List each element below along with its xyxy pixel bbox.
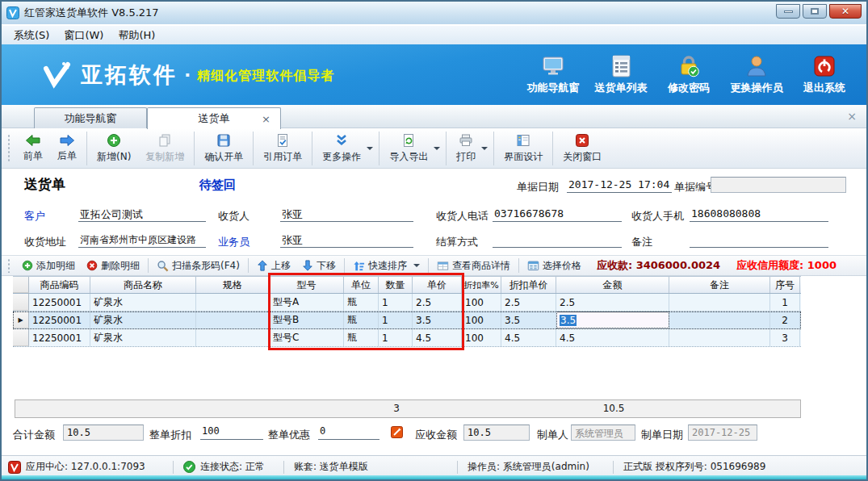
- cell-name[interactable]: 矿泉水: [90, 294, 196, 311]
- remark-field[interactable]: [690, 232, 828, 248]
- cell-seq[interactable]: 2: [770, 312, 800, 328]
- table-row[interactable]: 12250001 矿泉水 型号C 瓶 1 4.5 100 4.5 4.5 3: [13, 329, 801, 347]
- delete-detail-button[interactable]: 删除明细: [81, 257, 145, 274]
- quick-sort-button[interactable]: 快速排序: [347, 257, 426, 274]
- customer-field[interactable]: 亚拓公司测试: [78, 206, 206, 222]
- minimize-button[interactable]: [776, 4, 800, 19]
- tab-delivery-note[interactable]: 送货单 ×: [147, 107, 281, 129]
- customer-label[interactable]: 客户: [24, 209, 45, 224]
- col-header-discount-price[interactable]: 折扣单价: [501, 277, 556, 293]
- mobile-field[interactable]: 18608080808: [690, 206, 828, 222]
- confirm-bill-button[interactable]: 确认开单: [197, 132, 250, 165]
- next-doc-button[interactable]: 后单: [50, 132, 84, 165]
- receiver-field[interactable]: 张亚: [280, 206, 413, 222]
- cell-unit[interactable]: 瓶: [344, 294, 379, 311]
- more-actions-button[interactable]: 更多操作: [315, 132, 368, 165]
- import-export-button[interactable]: 导入导出: [382, 132, 435, 165]
- cell-discount-price[interactable]: 4.5: [501, 329, 556, 346]
- col-header-unit[interactable]: 单位: [344, 277, 379, 293]
- doc-date-field[interactable]: 2017-12-25 17:04: [567, 177, 672, 193]
- cell-price[interactable]: 2.5: [413, 294, 462, 311]
- close-window-button[interactable]: 关闭窗口: [556, 132, 609, 165]
- col-header-spec[interactable]: 规格: [196, 277, 270, 293]
- col-header-model[interactable]: 型号: [270, 277, 344, 293]
- move-down-button[interactable]: 下移: [296, 257, 342, 274]
- row-marker[interactable]: [13, 329, 29, 346]
- cell-name[interactable]: 矿泉水: [90, 329, 196, 346]
- import-export-dropdown-icon[interactable]: [434, 147, 440, 150]
- nav-window-button[interactable]: 功能导航窗: [519, 54, 587, 95]
- salesman-label[interactable]: 业务员: [218, 235, 249, 249]
- table-row-selected[interactable]: ▶ 12250001 矿泉水 型号B 瓶 1 3.5 100 3.5 3.5 2: [13, 312, 801, 329]
- cell-amount[interactable]: 2.5: [556, 294, 669, 311]
- exit-system-button[interactable]: 退出系统: [790, 54, 858, 95]
- print-dropdown-icon[interactable]: [481, 147, 488, 150]
- move-up-button[interactable]: 上移: [251, 257, 296, 274]
- cell-name[interactable]: 矿泉水: [90, 312, 196, 328]
- cell-amount[interactable]: 4.5: [556, 329, 669, 346]
- cell-discount-price[interactable]: 2.5: [501, 294, 556, 311]
- prev-doc-button[interactable]: 前单: [16, 132, 50, 165]
- col-header-seq[interactable]: 序号: [770, 277, 800, 293]
- cell-qty[interactable]: 1: [379, 329, 413, 346]
- switch-operator-button[interactable]: 更换操作员: [723, 54, 790, 95]
- col-header-qty[interactable]: 数量: [379, 277, 413, 293]
- cell-model[interactable]: 型号A: [270, 294, 344, 311]
- table-row[interactable]: 12250001 矿泉水 型号A 瓶 1 2.5 100 2.5 2.5 1: [13, 294, 801, 312]
- more-actions-dropdown-icon[interactable]: [367, 147, 373, 150]
- cell-code[interactable]: 12250001: [29, 312, 90, 328]
- quote-order-button[interactable]: 引用订单: [256, 132, 309, 165]
- whole-promo-field[interactable]: 0: [318, 424, 379, 440]
- add-detail-button[interactable]: 添加明细: [16, 257, 81, 274]
- select-price-button[interactable]: 选择价格: [522, 257, 587, 274]
- cell-discount-price[interactable]: 3.5: [501, 312, 556, 328]
- cell-model[interactable]: 型号C: [270, 329, 344, 346]
- close-button[interactable]: ✕: [829, 4, 862, 19]
- col-header-remark[interactable]: 备注: [669, 277, 770, 293]
- col-header-code[interactable]: 商品编码: [29, 277, 90, 293]
- promo-edit-icon[interactable]: [391, 426, 403, 438]
- cell-qty[interactable]: 1: [379, 294, 413, 311]
- cell-discount-rate[interactable]: 100: [462, 312, 501, 328]
- cell-qty[interactable]: 1: [379, 312, 413, 328]
- cell-seq[interactable]: 1: [770, 294, 800, 311]
- close-all-tabs-icon[interactable]: ×: [847, 110, 857, 123]
- cell-seq[interactable]: 3: [770, 329, 800, 346]
- quick-sort-dropdown-icon[interactable]: [413, 264, 420, 267]
- view-product-detail-button[interactable]: 查看商品详情: [431, 257, 516, 274]
- col-header-name[interactable]: 商品名称: [90, 277, 196, 293]
- cell-spec[interactable]: [196, 329, 270, 346]
- cell-unit[interactable]: 瓶: [344, 312, 379, 328]
- cell-code[interactable]: 12250001: [29, 294, 90, 311]
- phone-field[interactable]: 03716678678: [493, 206, 622, 222]
- tab-close-icon[interactable]: ×: [262, 113, 270, 125]
- maximize-button[interactable]: [803, 4, 827, 19]
- col-header-price[interactable]: 单价: [413, 277, 462, 293]
- address-field[interactable]: 河南省郑州市中原区建设路: [78, 232, 206, 248]
- copy-new-button[interactable]: 复制新增: [138, 132, 191, 165]
- new-button[interactable]: 新增(N): [90, 132, 138, 165]
- tab-nav-window[interactable]: 功能导航窗: [34, 107, 147, 128]
- salesman-field[interactable]: 张亚: [280, 232, 413, 248]
- delivery-list-button[interactable]: 送货单列表: [587, 54, 655, 95]
- cell-model[interactable]: 型号B: [270, 312, 344, 328]
- ui-design-button[interactable]: 界面设计: [497, 132, 550, 165]
- print-button[interactable]: 打印: [449, 132, 483, 165]
- menu-system[interactable]: 系统(S): [6, 27, 57, 44]
- cell-remark[interactable]: [669, 312, 770, 328]
- cell-price[interactable]: 4.5: [413, 329, 462, 346]
- cell-discount-rate[interactable]: 100: [462, 329, 501, 346]
- row-marker-current[interactable]: ▶: [13, 312, 29, 328]
- whole-discount-field[interactable]: 100: [200, 424, 263, 440]
- cell-remark[interactable]: [669, 294, 770, 311]
- col-header-discount-rate[interactable]: 折扣率%: [462, 277, 501, 293]
- col-header-amount[interactable]: 金额: [556, 277, 669, 293]
- cell-unit[interactable]: 瓶: [344, 329, 379, 346]
- scan-barcode-button[interactable]: 扫描条形码(F4): [151, 257, 245, 274]
- menu-help[interactable]: 帮助(H): [111, 27, 162, 44]
- row-marker[interactable]: [13, 294, 29, 311]
- cell-spec[interactable]: [196, 312, 270, 328]
- menu-window[interactable]: 窗口(W): [57, 27, 111, 44]
- cell-code[interactable]: 12250001: [29, 329, 90, 346]
- cell-remark[interactable]: [669, 329, 770, 346]
